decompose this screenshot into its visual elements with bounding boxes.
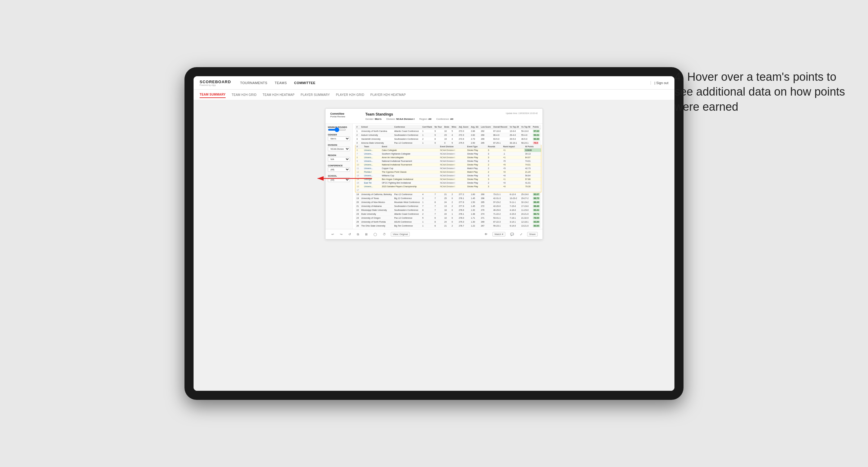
clock-button[interactable]: ⏱ xyxy=(382,232,387,236)
table-row: 20 University of New Mexico Mountain Wes… xyxy=(355,200,541,204)
conf-cell: Southeastern Conference xyxy=(393,137,421,141)
col-low-score: Low Score xyxy=(480,125,492,129)
view-original-button[interactable]: View: Original xyxy=(391,232,410,237)
col-vs-top25: Vs Top 25 xyxy=(508,125,520,129)
team-standings-section: Team Standings Gender: Men's Division: N… xyxy=(361,112,506,121)
no-tour-cell: 8 xyxy=(433,137,443,141)
share-label: Share xyxy=(529,233,536,236)
vs-top25-cell: 29-4-0 xyxy=(508,133,520,137)
vs-top50-cell: 50-10-0 xyxy=(520,129,531,133)
vs-top25-cell: 33-19-1 xyxy=(508,141,520,145)
col-conference: Conference xyxy=(393,125,421,129)
table-row: 3 Vanderbilt University Southeastern Con… xyxy=(355,137,541,141)
min-rounds-range[interactable] xyxy=(328,129,350,131)
bottom-toolbar: ↩ ↪ ↺ ⧉ ⊞ ◯ ⏱ View: Original 👁 Watc xyxy=(326,229,542,239)
rank-cell: 2 xyxy=(355,133,360,137)
share-button[interactable]: Share xyxy=(527,232,538,237)
school-left-filter: School (All) xyxy=(328,175,350,182)
col-rank: # xyxy=(355,125,360,129)
tooltip-row: 17 xyxy=(355,188,541,192)
no-tour-cell: 9 xyxy=(433,129,443,133)
sub-nav-player-h2h-heatmap[interactable]: PLAYER H2H HEATMAP xyxy=(370,92,406,98)
tooltip-row: 12Florida IThe Cypress Point ClassicNCAA… xyxy=(355,170,541,174)
table-row: 24 University of Oregon Pac-12 Conferenc… xyxy=(355,216,541,220)
tooltip-row: 13Univers...Williams CupNCAA Division IS… xyxy=(355,174,541,178)
points-cell[interactable]: 93.31 xyxy=(532,133,541,137)
table-row: 22 Mississippi State University Southeas… xyxy=(355,208,541,212)
low-score-cell: 269 xyxy=(480,137,492,141)
rank-cell: 4 xyxy=(355,141,360,145)
tooltip-row: 10Univers...National Invitational Tourna… xyxy=(355,163,541,167)
copy-button[interactable]: ⧉ xyxy=(356,232,360,236)
nav-teams[interactable]: TEAMS xyxy=(275,80,287,86)
avg-sg-cell: 2.50 xyxy=(470,141,480,145)
division-select[interactable]: NCAA Division I xyxy=(328,147,350,151)
school-cell: Vanderbilt University xyxy=(360,137,393,141)
refresh-button[interactable]: ↺ xyxy=(347,232,352,236)
col-points: Points xyxy=(532,125,541,129)
wins-cell: 4 xyxy=(450,137,457,141)
bnds-cell: 19 xyxy=(443,137,450,141)
grid-button[interactable]: ⊞ xyxy=(364,232,369,236)
gender-left-filter: Gender Men's xyxy=(328,134,350,141)
undo-button[interactable]: ↩ xyxy=(330,232,335,236)
watch-button[interactable]: Watch ▾ xyxy=(492,232,505,237)
sub-nav-team-h2h-grid[interactable]: TEAM H2H GRID xyxy=(232,92,256,98)
points-cell[interactable]: 97.02 xyxy=(532,129,541,133)
tooltip-row: 16Univers...2023 Sahalee Players Champio… xyxy=(355,185,541,188)
region-select[interactable]: N/A xyxy=(328,157,350,161)
conf-rank-cell: 2 xyxy=(421,137,433,141)
committee-portal-info: Committee Portal Review xyxy=(330,112,361,121)
table-row-highlighted: 4 Arizona State University Pac-12 Confer… xyxy=(355,141,541,145)
adj-score-cell: 272.6 xyxy=(458,137,470,141)
table-row: 18 University of California, Berkeley Pa… xyxy=(355,192,541,196)
low-score-cell: 265 xyxy=(480,141,492,145)
low-score-cell: 260 xyxy=(480,133,492,137)
points-cell[interactable]: 90.30 xyxy=(532,137,541,141)
adj-score-cell: 272.0 xyxy=(458,129,470,133)
sign-out-button[interactable]: | Sign out xyxy=(651,81,669,85)
school-select[interactable]: (All) xyxy=(328,178,350,182)
report-body: Minimum Rounds Gender Men's xyxy=(326,124,542,229)
table-row: 23 Duke University Atlantic Coast Confer… xyxy=(355,212,541,216)
standings-title: Team Standings xyxy=(365,112,506,117)
no-tour-cell: 9 xyxy=(433,133,443,137)
sub-nav-player-h2h-grid[interactable]: PLAYER H2H GRID xyxy=(336,92,365,98)
sub-nav-team-h2h-heatmap[interactable]: TEAM H2H HEATMAP xyxy=(262,92,294,98)
annotation-text: 4. Hover over a team's points to see add… xyxy=(675,69,850,114)
nav-committee[interactable]: COMMITTEE xyxy=(294,80,316,86)
conference-left-filter: Conference (All) xyxy=(328,164,350,172)
vs-top50-cell: 58-24-1 xyxy=(520,141,531,145)
vs-top50-cell: 55-4-0 xyxy=(520,133,531,137)
sub-nav-team-summary[interactable]: TEAM SUMMARY xyxy=(199,92,226,98)
col-avg-sg: Avg. SG xyxy=(470,125,480,129)
bnds-cell: 0 xyxy=(443,141,450,145)
col-bnds: Bnds xyxy=(443,125,450,129)
min-rounds-slider[interactable] xyxy=(328,129,346,131)
col-vs-top50: Vs Top 50 xyxy=(520,125,531,129)
sub-nav-player-summary[interactable]: PLAYER SUMMARY xyxy=(301,92,330,98)
min-rounds-filter: Minimum Rounds xyxy=(328,126,350,131)
nav-tournaments[interactable]: TOURNAMENTS xyxy=(240,80,267,86)
circle-button[interactable]: ◯ xyxy=(372,232,378,236)
conf-rank-cell: 1 xyxy=(421,141,433,145)
committee-portal-sub: Portal Review xyxy=(330,115,361,118)
logo-area: SCOREBOARD Powered by clipp xyxy=(199,80,231,86)
avg-sg-cell: 2.73 xyxy=(470,137,480,141)
conference-select[interactable]: (All) xyxy=(328,167,350,172)
adj-score-cell: 272.3 xyxy=(458,133,470,137)
eye-icon: 👁 xyxy=(483,232,489,236)
division-left-filter: Division NCAA Division I xyxy=(328,144,350,151)
bnds-cell: 10 xyxy=(443,129,450,133)
redo-button[interactable]: ↪ xyxy=(339,232,344,236)
expand-icon[interactable]: ⤢ xyxy=(519,232,524,236)
conference-filter: Conference: All xyxy=(436,118,453,120)
tooltip-row: 6Univers...Cabo CollegiateNCAA Division … xyxy=(355,149,541,152)
region-left-filter: Region N/A xyxy=(328,154,350,161)
tooltip-section: # Team Event Event Division Event Type R… xyxy=(355,145,541,192)
region-filter: Region: All xyxy=(420,118,432,120)
gender-select[interactable]: Men's xyxy=(328,136,350,141)
conf-rank-cell: 1 xyxy=(421,129,433,133)
comment-icon[interactable]: 💬 xyxy=(509,232,515,236)
points-cell[interactable]: 79.5 xyxy=(532,141,541,145)
